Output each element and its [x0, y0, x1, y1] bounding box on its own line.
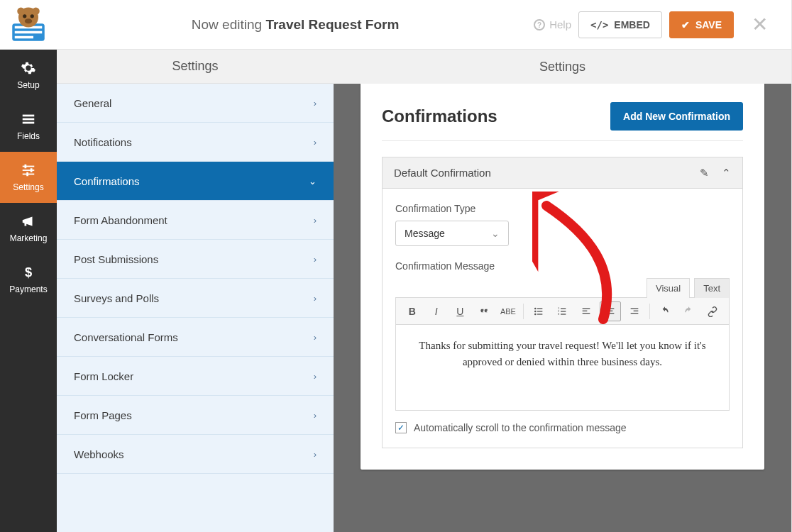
svg-point-8	[17, 7, 25, 15]
strike-button[interactable]: ABE	[497, 301, 519, 321]
svg-text:?: ?	[537, 21, 541, 29]
svg-rect-36	[583, 313, 590, 314]
sub-post-submissions[interactable]: Post Submissions›	[57, 240, 334, 279]
auto-scroll-label: Automatically scroll to the confirmation…	[414, 422, 627, 433]
underline-button[interactable]: U	[450, 301, 471, 321]
sub-form-abandonment[interactable]: Form Abandonment›	[57, 201, 334, 240]
embed-button[interactable]: </> EMBED	[578, 11, 662, 38]
list-icon	[21, 111, 36, 127]
tab-text[interactable]: Text	[694, 278, 730, 298]
dollar-icon: $	[21, 265, 36, 280]
message-textarea[interactable]: Thanks for submitting your travel reques…	[396, 325, 729, 410]
sub-confirmations[interactable]: Confirmations⌄	[57, 162, 334, 201]
undo-button[interactable]	[654, 301, 676, 321]
add-confirmation-button[interactable]: Add New Confirmation	[610, 102, 743, 131]
sub-form-pages[interactable]: Form Pages›	[57, 396, 334, 435]
svg-rect-42	[630, 313, 638, 314]
rail-marketing[interactable]: Marketing	[0, 203, 57, 254]
svg-rect-27	[537, 314, 542, 314]
svg-rect-20	[26, 172, 28, 177]
sub-notifications[interactable]: Notifications›	[57, 123, 334, 162]
svg-rect-14	[23, 122, 35, 124]
sub-conversational-forms[interactable]: Conversational Forms›	[57, 318, 334, 357]
collapse-icon[interactable]: ⌃	[722, 167, 731, 179]
megaphone-icon	[21, 214, 36, 229]
redo-button[interactable]	[678, 301, 699, 321]
align-right-button[interactable]	[624, 301, 645, 321]
svg-rect-19	[31, 168, 33, 172]
confirmations-panel: Confirmations Add New Confirmation Defau…	[361, 82, 764, 470]
link-button[interactable]	[702, 301, 723, 321]
svg-point-5	[23, 14, 26, 18]
svg-rect-34	[583, 308, 590, 309]
svg-rect-41	[633, 310, 638, 311]
chevron-down-icon: ⌄	[491, 228, 500, 239]
sliders-icon	[21, 162, 36, 178]
pencil-icon[interactable]: ✎	[700, 167, 709, 179]
svg-rect-38	[608, 310, 613, 311]
chevron-right-icon: ›	[314, 410, 317, 421]
chevron-right-icon: ›	[314, 332, 317, 343]
svg-rect-13	[23, 118, 35, 121]
chevron-right-icon: ›	[314, 449, 317, 460]
sub-general[interactable]: General›	[57, 84, 334, 123]
page-title: Now editing Travel Request Form	[57, 17, 534, 33]
svg-rect-15	[23, 166, 35, 167]
svg-rect-18	[25, 165, 27, 169]
check-icon: ✔	[681, 19, 690, 31]
sub-form-locker[interactable]: Form Locker›	[57, 357, 334, 396]
svg-rect-16	[23, 170, 35, 171]
chevron-right-icon: ›	[314, 215, 317, 226]
auto-scroll-checkbox[interactable]: ✓	[395, 422, 407, 433]
settings-sidebar: Settings General› Notifications› Confirm…	[57, 50, 334, 532]
message-label: Confirmation Message	[395, 260, 730, 272]
bold-button[interactable]: B	[402, 301, 423, 321]
confirmation-type-select[interactable]: Message ⌄	[395, 221, 509, 246]
svg-rect-2	[15, 31, 43, 33]
save-button[interactable]: ✔ SAVE	[669, 11, 734, 38]
sub-webhooks[interactable]: Webhooks›	[57, 435, 334, 474]
align-center-button[interactable]	[600, 301, 621, 321]
italic-button[interactable]: I	[426, 301, 447, 321]
gear-icon	[21, 60, 36, 76]
svg-point-6	[31, 14, 34, 18]
ul-button[interactable]	[528, 301, 549, 321]
svg-text:$: $	[25, 265, 32, 279]
rail-setup[interactable]: Setup	[0, 50, 57, 101]
quote-button[interactable]	[473, 301, 495, 321]
confirmation-item-header[interactable]: Default Confirmation ✎ ⌃	[383, 157, 742, 189]
chevron-right-icon: ›	[314, 293, 317, 304]
svg-text:3: 3	[558, 312, 560, 316]
rail-fields[interactable]: Fields	[0, 101, 57, 152]
svg-rect-25	[537, 311, 542, 311]
chevron-right-icon: ›	[314, 254, 317, 265]
sub-surveys-polls[interactable]: Surveys and Polls›	[57, 279, 334, 318]
svg-rect-23	[537, 308, 542, 309]
svg-rect-35	[583, 310, 588, 311]
help-link[interactable]: ? Help	[534, 18, 571, 31]
svg-point-26	[534, 313, 537, 315]
svg-point-22	[534, 307, 537, 309]
type-label: Confirmation Type	[395, 203, 730, 214]
close-icon[interactable]: ✕	[741, 13, 779, 36]
svg-rect-3	[15, 35, 33, 38]
chevron-right-icon: ›	[314, 371, 317, 382]
rail-payments[interactable]: $ Payments	[0, 254, 57, 305]
svg-point-9	[32, 7, 40, 15]
svg-rect-31	[561, 311, 566, 311]
tab-visual[interactable]: Visual	[647, 278, 690, 298]
panel-title: Confirmations	[382, 106, 497, 126]
svg-rect-12	[23, 115, 35, 117]
svg-point-7	[25, 18, 33, 23]
rail-settings[interactable]: Settings	[0, 152, 57, 203]
message-editor: B I U ABE 123	[395, 297, 730, 411]
chevron-right-icon: ›	[314, 98, 317, 109]
align-left-button[interactable]	[576, 301, 597, 321]
svg-rect-37	[607, 308, 615, 309]
settings-header: Settings	[57, 50, 334, 84]
main-canvas: Settings Confirmations Add New Confirmat…	[334, 50, 791, 532]
app-logo	[0, 0, 57, 50]
chevron-right-icon: ›	[314, 137, 317, 148]
left-rail: Setup Fields Settings Marketing $ Paymen…	[0, 50, 57, 532]
ol-button[interactable]: 123	[552, 301, 573, 321]
